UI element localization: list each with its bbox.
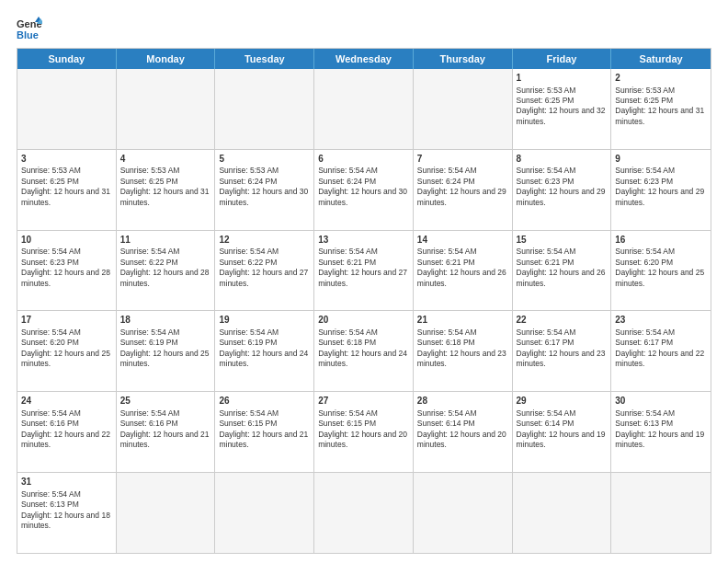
calendar-cell: 22Sunrise: 5:54 AMSunset: 6:17 PMDayligh… (513, 311, 612, 391)
sunset: Sunset: 6:13 PM (21, 500, 79, 509)
sunrise: Sunrise: 5:54 AM (21, 489, 81, 499)
calendar-cell (17, 69, 117, 149)
daylight: Daylight: 12 hours and 29 minutes. (615, 187, 704, 206)
day-number: 23 (615, 314, 707, 327)
calendar-cell: 25Sunrise: 5:54 AMSunset: 6:16 PMDayligh… (117, 392, 216, 472)
daylight: Daylight: 12 hours and 21 minutes. (219, 430, 308, 449)
daylight: Daylight: 12 hours and 26 minutes. (417, 268, 506, 287)
daylight: Daylight: 12 hours and 20 minutes. (417, 430, 506, 449)
day-number: 9 (615, 153, 707, 166)
calendar-cell (314, 473, 414, 553)
sunset: Sunset: 6:25 PM (517, 96, 574, 105)
day-number: 15 (517, 234, 608, 247)
calendar-cell: 24Sunrise: 5:54 AMSunset: 6:16 PMDayligh… (17, 392, 117, 472)
calendar-row: 24Sunrise: 5:54 AMSunset: 6:16 PMDayligh… (17, 392, 711, 473)
day-number: 30 (615, 395, 707, 408)
sunset: Sunset: 6:23 PM (21, 258, 79, 267)
daylight: Daylight: 12 hours and 30 minutes. (318, 187, 407, 206)
daylight: Daylight: 12 hours and 22 minutes. (615, 349, 704, 368)
daylight: Daylight: 12 hours and 26 minutes. (517, 268, 606, 287)
calendar: SundayMondayTuesdayWednesdayThursdayFrid… (17, 48, 711, 554)
day-number: 7 (417, 153, 508, 166)
day-number: 12 (219, 234, 310, 247)
calendar-cell: 26Sunrise: 5:54 AMSunset: 6:15 PMDayligh… (215, 392, 314, 472)
day-number: 3 (21, 153, 112, 166)
sunset: Sunset: 6:20 PM (21, 338, 79, 347)
calendar-cell: 28Sunrise: 5:54 AMSunset: 6:14 PMDayligh… (414, 392, 513, 472)
calendar-header-cell: Saturday (611, 49, 711, 69)
day-number: 6 (318, 153, 409, 166)
calendar-cell: 11Sunrise: 5:54 AMSunset: 6:22 PMDayligh… (117, 231, 216, 311)
sunset: Sunset: 6:13 PM (615, 419, 673, 428)
sunset: Sunset: 6:19 PM (120, 338, 178, 347)
sunrise: Sunrise: 5:54 AM (615, 408, 675, 418)
day-number: 1 (517, 72, 608, 85)
sunset: Sunset: 6:22 PM (219, 258, 277, 267)
calendar-cell: 17Sunrise: 5:54 AMSunset: 6:20 PMDayligh… (17, 311, 117, 391)
sunrise: Sunrise: 5:54 AM (21, 408, 81, 418)
calendar-cell: 8Sunrise: 5:54 AMSunset: 6:23 PMDaylight… (513, 150, 612, 230)
day-number: 2 (615, 72, 707, 85)
sunrise: Sunrise: 5:54 AM (615, 327, 675, 337)
day-number: 21 (417, 314, 508, 327)
sunset: Sunset: 6:21 PM (417, 258, 475, 267)
daylight: Daylight: 12 hours and 31 minutes. (120, 187, 210, 206)
day-number: 10 (21, 234, 112, 247)
day-number: 19 (219, 314, 310, 327)
day-number: 26 (219, 395, 310, 408)
day-number: 27 (318, 395, 409, 408)
day-number: 18 (120, 314, 211, 327)
calendar-row: 31Sunrise: 5:54 AMSunset: 6:13 PMDayligh… (17, 473, 711, 553)
sunset: Sunset: 6:23 PM (615, 177, 673, 186)
sunrise: Sunrise: 5:53 AM (219, 166, 279, 175)
sunrise: Sunrise: 5:54 AM (517, 166, 576, 175)
calendar-cell: 13Sunrise: 5:54 AMSunset: 6:21 PMDayligh… (314, 231, 414, 311)
calendar-cell: 6Sunrise: 5:54 AMSunset: 6:24 PMDaylight… (314, 150, 414, 230)
sunset: Sunset: 6:25 PM (21, 177, 79, 186)
calendar-header-cell: Sunday (17, 49, 117, 69)
sunrise: Sunrise: 5:54 AM (318, 166, 378, 175)
daylight: Daylight: 12 hours and 28 minutes. (21, 268, 110, 287)
calendar-cell (215, 473, 314, 553)
sunset: Sunset: 6:17 PM (517, 338, 574, 347)
calendar-header-cell: Friday (513, 49, 612, 69)
sunrise: Sunrise: 5:54 AM (615, 247, 675, 256)
sunset: Sunset: 6:24 PM (219, 177, 277, 186)
sunrise: Sunrise: 5:54 AM (120, 408, 180, 418)
day-number: 5 (219, 153, 310, 166)
day-number: 28 (417, 395, 508, 408)
sunset: Sunset: 6:18 PM (318, 338, 376, 347)
calendar-cell: 27Sunrise: 5:54 AMSunset: 6:15 PMDayligh… (314, 392, 414, 472)
calendar-cell: 23Sunrise: 5:54 AMSunset: 6:17 PMDayligh… (611, 311, 711, 391)
sunrise: Sunrise: 5:54 AM (417, 327, 477, 337)
calendar-cell: 16Sunrise: 5:54 AMSunset: 6:20 PMDayligh… (611, 231, 711, 311)
day-number: 8 (517, 153, 608, 166)
daylight: Daylight: 12 hours and 25 minutes. (615, 268, 704, 287)
sunrise: Sunrise: 5:53 AM (615, 86, 675, 95)
sunrise: Sunrise: 5:54 AM (120, 247, 180, 256)
daylight: Daylight: 12 hours and 32 minutes. (517, 106, 606, 125)
calendar-cell: 30Sunrise: 5:54 AMSunset: 6:13 PMDayligh… (611, 392, 711, 472)
daylight: Daylight: 12 hours and 28 minutes. (120, 268, 210, 287)
sunset: Sunset: 6:16 PM (21, 419, 79, 428)
calendar-cell (314, 69, 414, 149)
daylight: Daylight: 12 hours and 19 minutes. (615, 430, 704, 449)
svg-text:Blue: Blue (17, 29, 39, 40)
sunrise: Sunrise: 5:54 AM (219, 247, 279, 256)
sunrise: Sunrise: 5:54 AM (21, 247, 81, 256)
sunset: Sunset: 6:25 PM (615, 96, 673, 105)
calendar-cell (414, 473, 513, 553)
daylight: Daylight: 12 hours and 29 minutes. (417, 187, 506, 206)
sunset: Sunset: 6:21 PM (517, 258, 574, 267)
daylight: Daylight: 12 hours and 25 minutes. (120, 349, 210, 368)
daylight: Daylight: 12 hours and 25 minutes. (21, 349, 110, 368)
sunrise: Sunrise: 5:54 AM (417, 408, 477, 418)
calendar-cell: 2Sunrise: 5:53 AMSunset: 6:25 PMDaylight… (611, 69, 711, 149)
sunset: Sunset: 6:22 PM (120, 258, 178, 267)
calendar-header-cell: Tuesday (215, 49, 314, 69)
calendar-cell: 4Sunrise: 5:53 AMSunset: 6:25 PMDaylight… (117, 150, 216, 230)
calendar-header-cell: Wednesday (314, 49, 414, 69)
day-number: 24 (21, 395, 112, 408)
logo-icon: General Blue (17, 15, 42, 40)
calendar-cell: 9Sunrise: 5:54 AMSunset: 6:23 PMDaylight… (611, 150, 711, 230)
